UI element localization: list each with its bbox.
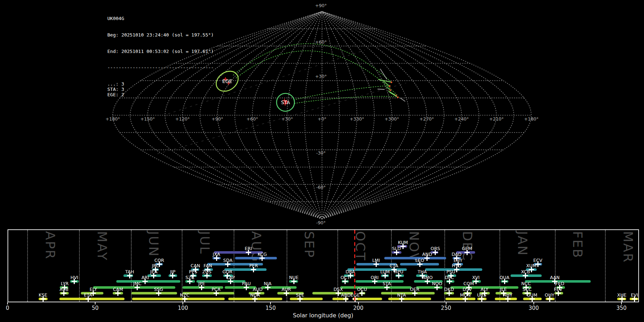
peak-marker-oct — [342, 279, 348, 284]
lon-label: +240° — [454, 116, 469, 122]
peak-marker-pau — [244, 285, 249, 290]
peak-marker-urs — [479, 296, 484, 302]
sporadic-meteor-streak — [378, 89, 384, 89]
lon-label: +180° — [524, 116, 539, 122]
month-label-may: MAY — [95, 231, 109, 261]
peak-marker-ors — [433, 250, 438, 255]
peak-marker-aur — [284, 291, 289, 296]
meteor-observation-screen: +180°+150°+120°+90°+60°+30°+0°+330°+300°… — [0, 0, 644, 322]
peak-marker-nda — [252, 296, 258, 302]
peak-marker-kum — [400, 244, 406, 249]
peak-marker-pca — [214, 291, 219, 296]
peak-marker-avb — [61, 291, 67, 296]
month-label-jul: JUL — [197, 231, 212, 255]
lat-label: -60° — [316, 185, 326, 190]
peak-marker-per — [251, 267, 256, 272]
x-tick-label: 100 — [178, 305, 188, 311]
peak-marker-hvi — [72, 279, 77, 284]
sporadic-meteor-streak — [380, 69, 387, 79]
x-axis-title: Solar longitude (deg) — [293, 312, 353, 319]
peak-marker-kse — [40, 296, 46, 302]
shower-bar-mon — [445, 298, 475, 300]
count-line: STA: 3 — [107, 87, 214, 92]
shower-bar-nta — [388, 298, 431, 300]
peak-marker-ori — [372, 279, 377, 284]
peak-marker-amo — [425, 279, 430, 284]
lon-label: +90° — [211, 116, 223, 122]
shower-bar-sta — [340, 286, 411, 289]
peak-marker-ard — [343, 296, 348, 302]
peak-marker-spe — [297, 296, 303, 302]
separator-line: -------------------------------------- — [107, 65, 214, 70]
peak-marker-jip — [170, 273, 175, 278]
month-label-oct: OCT — [353, 231, 368, 261]
peak-marker-sta — [384, 285, 390, 290]
lat-label: -90° — [316, 220, 326, 225]
peak-marker-leo — [417, 262, 423, 267]
lat-label: +90° — [315, 3, 327, 8]
lon-label: +330° — [350, 116, 364, 122]
month-label-apr: APR — [43, 231, 58, 260]
shower-bar-oer — [381, 292, 435, 294]
x-tick-label: 250 — [441, 305, 451, 311]
shower-meteor-streak — [379, 79, 391, 82]
meteor-end-dot — [389, 86, 391, 87]
x-tick-label: 0 — [6, 305, 9, 311]
peak-marker-eta — [86, 296, 91, 302]
count-line: ...: 3 — [107, 81, 214, 87]
peak-marker-gem — [464, 250, 470, 255]
peak-marker-xhe — [619, 296, 625, 302]
shower-bar-eri — [214, 251, 263, 254]
meteor-end-dot — [391, 82, 392, 83]
x-tick-label: 150 — [265, 305, 276, 311]
count-line: EGE: 2 — [107, 92, 214, 97]
lon-label: +270° — [419, 116, 434, 122]
lon-label: +150° — [140, 116, 155, 122]
month-line-may — [79, 230, 80, 302]
current-sol-marker — [354, 230, 355, 302]
peak-marker-xvi — [473, 279, 479, 284]
month-label-feb: FEB — [570, 231, 585, 259]
peak-marker-dsx — [336, 291, 341, 296]
month-label-mar: MAR — [621, 231, 635, 263]
peak-marker-eri — [246, 250, 251, 255]
peak-marker-dpc — [447, 279, 452, 284]
radiant-label-sta: STA — [281, 99, 290, 105]
peak-marker-jxa — [214, 255, 219, 261]
peak-marker-jpe — [199, 285, 204, 290]
peak-marker-kcg — [259, 255, 265, 261]
shower-bar-ori — [356, 280, 404, 283]
lon-label: +210° — [489, 116, 504, 122]
x-tick-label: 200 — [353, 305, 364, 311]
lon-label: +30° — [281, 116, 293, 122]
peak-marker-rpu — [396, 273, 401, 278]
shower-bar-pau — [225, 286, 256, 289]
peak-marker-nia — [265, 285, 270, 290]
peak-marker-oer — [412, 291, 418, 296]
peak-marker-fev — [556, 291, 561, 296]
peak-marker-tah — [127, 273, 132, 278]
peak-marker-sda — [225, 262, 230, 267]
lon-label: +0° — [318, 116, 327, 122]
shower-bar-eta — [59, 298, 125, 300]
info-panel: UK004G Beg: 20251010 23:24:40 (sol = 197… — [107, 5, 214, 108]
lon-label: +180° — [106, 116, 120, 122]
begin-time: Beg: 20251010 23:24:40 (sol = 197.55°) — [107, 32, 214, 38]
peak-marker-nta — [399, 296, 404, 302]
meteor-trail-path — [236, 51, 397, 95]
month-line-jun — [131, 230, 132, 302]
grid-meridian — [200, 11, 322, 219]
month-line-mar — [605, 230, 606, 302]
x-tick — [95, 302, 96, 304]
x-tick — [270, 302, 271, 304]
shower-bar-ari — [116, 280, 180, 283]
lon-label: +300° — [385, 116, 399, 122]
month-line-jul — [182, 230, 182, 302]
peak-marker-dkd — [447, 291, 452, 296]
peak-marker-mon — [463, 296, 468, 302]
peak-marker-lum — [382, 273, 388, 278]
lat-label: -30° — [316, 150, 326, 156]
peak-marker-ssg — [156, 291, 161, 296]
shower-bar-kcg — [235, 257, 277, 259]
peak-marker-qua — [502, 279, 507, 284]
